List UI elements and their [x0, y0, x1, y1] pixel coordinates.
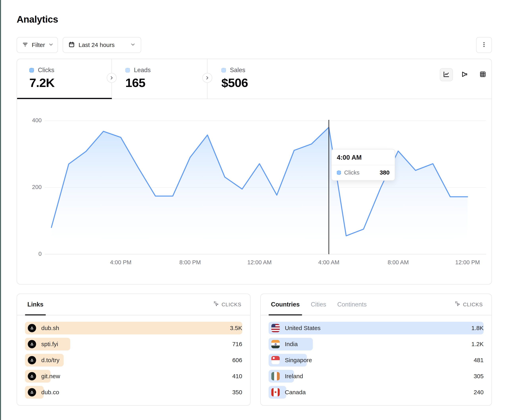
- funnel-icon: [461, 71, 468, 79]
- stat-value: $506: [221, 76, 248, 90]
- dub-logo-icon: [28, 388, 36, 396]
- link-row[interactable]: dub.sh3.5K: [25, 322, 242, 334]
- tab-countries[interactable]: Countries: [271, 294, 300, 315]
- tooltip-series-label: Clicks: [344, 169, 376, 176]
- chevron-down-icon: [48, 42, 54, 48]
- row-value: 606: [232, 357, 242, 363]
- metric-label: CLICKS: [222, 302, 241, 308]
- links-metric-selector[interactable]: CLICKS: [213, 301, 241, 308]
- filter-button-label: Filter: [32, 42, 45, 48]
- y-axis-tick-label: 400: [24, 117, 42, 124]
- row-value: 3.5K: [230, 325, 242, 332]
- funnel-view-button[interactable]: [458, 68, 471, 81]
- filter-icon: [22, 41, 29, 49]
- stat-label: Leads: [134, 66, 150, 74]
- clicks-legend-swatch: [29, 68, 34, 72]
- next-stat-chevron-button[interactable]: [202, 73, 212, 83]
- us-flag-icon: [271, 324, 280, 332]
- country-row[interactable]: Singapore481: [269, 354, 484, 367]
- chart-area-fill: [51, 127, 468, 254]
- country-row[interactable]: Canada240: [269, 386, 484, 398]
- links-panel: Links CLICKS dub.sh3.5Kspti.fyi716d.to/t…: [17, 294, 251, 406]
- row-label: git.new: [41, 373, 60, 380]
- country-row[interactable]: India1.2K: [269, 338, 484, 350]
- dub-logo-icon: [28, 340, 36, 348]
- x-axis-tick-label: 8:00 AM: [378, 259, 418, 266]
- tab-links[interactable]: Links: [27, 294, 44, 315]
- row-value: 350: [232, 389, 242, 396]
- country-row[interactable]: Ireland305: [269, 370, 484, 383]
- link-row[interactable]: d.to/try606: [25, 354, 242, 367]
- cursor-click-icon: [455, 301, 461, 308]
- y-axis-tick-label: 200: [24, 184, 42, 190]
- row-label: Singapore: [285, 357, 312, 363]
- dub-logo-icon: [28, 372, 36, 380]
- dub-logo-icon: [28, 356, 36, 364]
- next-stat-chevron-button[interactable]: [107, 73, 117, 83]
- stat-label: Clicks: [38, 66, 54, 74]
- date-range-label: Last 24 hours: [79, 42, 127, 48]
- geo-panel: Countries Cities Continents CLICKS Unite…: [260, 294, 492, 406]
- table-view-button[interactable]: [476, 68, 489, 81]
- ie-flag-icon: [271, 372, 280, 380]
- y-axis-tick-label: 0: [24, 251, 42, 257]
- row-label: United States: [285, 325, 321, 332]
- cursor-click-icon: [213, 301, 219, 308]
- more-options-button[interactable]: [476, 37, 492, 53]
- tooltip-time: 4:00 AM: [332, 149, 395, 165]
- row-label: Ireland: [285, 373, 303, 380]
- row-value: 305: [474, 373, 484, 380]
- chart-tooltip: 4:00 AM Clicks 380: [331, 149, 395, 181]
- kebab-menu-icon: [481, 41, 487, 49]
- grid-table-icon: [479, 71, 486, 79]
- x-axis-tick-label: 12:00 PM: [448, 259, 487, 266]
- row-label: Canada: [285, 389, 306, 396]
- stat-tab-clicks[interactable]: Clicks 7.2K: [29, 59, 105, 99]
- in-flag-icon: [271, 340, 280, 348]
- analytics-page: Analytics Filter Last 24 hours: [0, 0, 508, 420]
- tab-continents[interactable]: Continents: [337, 294, 366, 315]
- x-axis-tick-label: 8:00 PM: [170, 259, 210, 266]
- tab-cities[interactable]: Cities: [311, 294, 326, 315]
- geo-metric-selector[interactable]: CLICKS: [455, 301, 483, 308]
- stat-value: 7.2K: [29, 76, 54, 90]
- link-row[interactable]: dub.co350: [25, 386, 242, 398]
- line-chart-icon: [443, 71, 450, 79]
- row-label: dub.co: [41, 389, 59, 396]
- row-value: 1.8K: [471, 325, 484, 332]
- x-axis-tick-label: 12:00 AM: [240, 259, 279, 266]
- x-axis-tick-label: 4:00 PM: [101, 259, 141, 266]
- stat-label: Sales: [230, 66, 245, 74]
- ca-flag-icon: [271, 388, 280, 396]
- link-row[interactable]: spti.fyi716: [25, 338, 242, 350]
- row-label: d.to/try: [41, 357, 60, 363]
- leads-legend-swatch: [125, 68, 130, 72]
- sales-legend-swatch: [221, 68, 226, 72]
- filter-button[interactable]: Filter: [17, 37, 58, 53]
- chevron-down-icon: [130, 42, 136, 48]
- stat-value: 165: [125, 76, 145, 90]
- x-axis-tick-label: 4:00 AM: [309, 259, 349, 266]
- metric-label: CLICKS: [463, 302, 483, 308]
- dub-logo-icon: [28, 324, 36, 332]
- line-chart-view-button[interactable]: [440, 68, 453, 81]
- tooltip-value: 380: [380, 169, 389, 176]
- row-label: India: [285, 341, 298, 348]
- chart-view-toggle: [440, 68, 489, 81]
- row-value: 716: [232, 341, 242, 348]
- stat-tab-sales[interactable]: Sales $506: [221, 59, 293, 99]
- page-title: Analytics: [17, 14, 58, 25]
- link-row[interactable]: git.new410: [25, 370, 242, 383]
- stat-tab-leads[interactable]: Leads 165: [125, 59, 197, 99]
- window-edge-accent: [0, 0, 1, 420]
- row-value: 240: [474, 389, 484, 396]
- clicks-area-chart[interactable]: [32, 111, 488, 269]
- row-label: spti.fyi: [41, 341, 58, 348]
- row-value: 1.2K: [471, 341, 484, 348]
- row-label: dub.sh: [41, 325, 59, 332]
- date-range-button[interactable]: Last 24 hours: [63, 37, 141, 53]
- sg-flag-icon: [271, 356, 280, 364]
- clicks-legend-swatch: [337, 171, 341, 175]
- country-row[interactable]: United States1.8K: [269, 322, 484, 334]
- calendar-icon: [68, 41, 75, 49]
